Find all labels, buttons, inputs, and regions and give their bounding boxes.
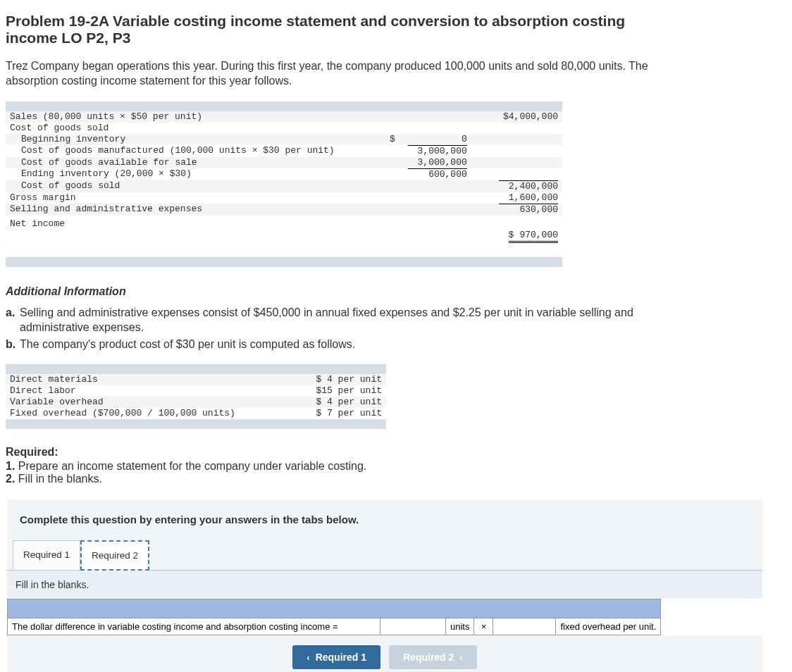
pc-row-label: Direct materials — [6, 374, 295, 385]
req1-marker: 1. — [6, 460, 15, 472]
pc-row-label: Fixed overhead ($700,000 / 100,000 units… — [6, 408, 295, 419]
income-statement-table: Sales (80,000 units × $50 per unit) $4,0… — [6, 101, 562, 267]
foh-text: fixed overhead per unit. — [556, 618, 661, 635]
prev-required-button[interactable]: ‹ Required 1 — [292, 645, 380, 669]
product-cost-table: Direct materials $ 4 per unit Direct lab… — [6, 364, 386, 429]
pc-row-val: $ 4 per unit — [295, 397, 386, 408]
pc-row-val: $ 7 per unit — [295, 408, 386, 419]
sae-value: 630,000 — [499, 204, 558, 216]
pc-row-val: $ 4 per unit — [295, 374, 386, 385]
foh-input[interactable] — [497, 621, 548, 632]
cogm-value: 3,000,000 — [408, 145, 467, 157]
cogs-sold-label: Cost of goods sold — [6, 180, 377, 192]
tab-content-instruction: Fill in the blanks. — [7, 570, 762, 599]
chevron-right-icon: › — [459, 652, 462, 663]
beg-inv-value: 0 — [400, 134, 471, 145]
pc-row-label: Direct labor — [6, 385, 295, 397]
pc-row-label: Variable overhead — [6, 397, 295, 408]
sae-label: Selling and administrative expenses — [6, 204, 377, 216]
avail-value: 3,000,000 — [400, 157, 471, 168]
req2-marker: 2. — [6, 473, 15, 485]
additional-info-heading: Additional Information — [6, 285, 786, 298]
cogs-sold-value: 2,400,000 — [499, 180, 558, 192]
next-btn-label: Required 2 — [403, 652, 454, 663]
ni-currency: $ — [509, 230, 514, 241]
next-required-button[interactable]: Required 2 › — [389, 645, 477, 669]
info-b-text: The company's product cost of $30 per un… — [20, 337, 355, 352]
fill-label-text: The dollar difference in variable costin… — [8, 618, 380, 635]
req2-text: Fill in the blanks. — [18, 473, 102, 485]
fill-blanks-table: The dollar difference in variable costin… — [7, 599, 661, 635]
end-inv-label: Ending inventory (20,000 × $30) — [6, 168, 377, 180]
problem-title: Problem 19-2A Variable costing income st… — [6, 13, 668, 46]
answer-instructions: Complete this question by entering your … — [7, 499, 762, 540]
prev-btn-label: Required 1 — [316, 652, 366, 663]
answer-panel: Complete this question by entering your … — [7, 499, 762, 672]
end-inv-value: 600,000 — [408, 168, 467, 180]
sales-label: Sales (80,000 units × $50 per unit) — [6, 111, 377, 123]
avail-label: Cost of goods available for sale — [6, 157, 377, 168]
ni-label: Net income — [6, 216, 377, 257]
tab-required-1[interactable]: Required 1 — [13, 540, 80, 571]
chevron-left-icon: ‹ — [307, 652, 309, 663]
sales-value: $4,000,000 — [471, 111, 562, 123]
gm-value: 1,600,000 — [471, 192, 562, 204]
req1-text: Prepare an income statement for the comp… — [18, 460, 367, 472]
units-input[interactable] — [385, 621, 435, 632]
units-text: units — [446, 618, 474, 635]
gm-label: Gross margin — [6, 192, 377, 204]
intro-paragraph: Trez Company began operations this year.… — [6, 59, 668, 89]
required-heading: Required: — [6, 446, 786, 459]
tabs-row: Required 1 Required 2 — [7, 540, 762, 570]
beg-inv-currency: $ — [377, 134, 400, 145]
beg-inv-label: Beginning inventory — [6, 134, 377, 145]
info-b-marker: b. — [6, 337, 20, 352]
tab-required-2[interactable]: Required 2 — [80, 540, 149, 571]
cogm-label: Cost of goods manufactured (100,000 unit… — [6, 145, 377, 157]
ni-value: 970,000 — [519, 230, 558, 241]
cogs-label: Cost of goods sold — [6, 123, 377, 134]
info-a-text: Selling and administrative expenses cons… — [20, 305, 668, 335]
info-a-marker: a. — [6, 305, 20, 335]
times-symbol: × — [474, 618, 493, 635]
pc-row-val: $15 per unit — [295, 385, 386, 397]
